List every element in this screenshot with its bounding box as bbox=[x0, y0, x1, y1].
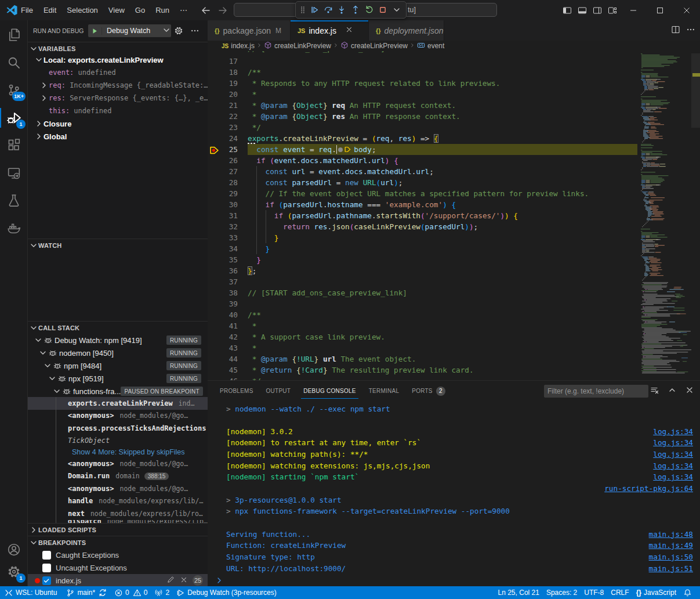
start-debug-icon[interactable] bbox=[88, 27, 102, 35]
step-over-icon[interactable] bbox=[321, 2, 335, 17]
tab-package.json[interactable]: {}package.jsonM bbox=[208, 20, 291, 41]
console-source-link[interactable]: log.js:34 bbox=[653, 460, 693, 472]
statusbar-utf-8[interactable]: UTF-8 bbox=[581, 586, 607, 599]
callstack-frame-row[interactable]: dispatchnode_modules/express/lib… bbox=[28, 520, 208, 523]
line-number[interactable]: 18 bbox=[208, 67, 238, 78]
panel-tab-output[interactable]: OUTPUT bbox=[264, 381, 293, 401]
line-number[interactable]: 22 bbox=[208, 111, 238, 122]
line-number[interactable]: 46 bbox=[208, 376, 238, 380]
close-panel-icon[interactable] bbox=[685, 385, 694, 396]
callstack-frame-row[interactable]: process.processTicksAndRejections bbox=[28, 422, 208, 435]
breakpoint-row[interactable]: Caught Exceptions bbox=[28, 549, 208, 561]
variable-row[interactable]: event: undefined bbox=[28, 66, 208, 79]
line-number[interactable]: 16 bbox=[208, 51, 238, 54]
window-close-icon[interactable] bbox=[673, 0, 700, 20]
line-number[interactable]: 45 bbox=[208, 365, 238, 376]
chevron-down-icon[interactable] bbox=[43, 361, 52, 370]
statusbar-ln-25-col-21[interactable]: Ln 25, Col 21 bbox=[495, 586, 543, 599]
console-source-link[interactable]: main.js:49 bbox=[649, 540, 693, 551]
breakpoint-checkbox[interactable] bbox=[42, 576, 51, 585]
callstack-frame-row[interactable]: handlenode_modules/express/lib/… bbox=[28, 495, 208, 508]
variable-row[interactable]: this: undefined bbox=[28, 104, 208, 117]
tab-close-icon[interactable] bbox=[344, 26, 354, 35]
activitybar-settings[interactable]: 1 bbox=[0, 558, 28, 586]
console-source-link[interactable]: log.js:34 bbox=[653, 449, 693, 460]
nav-forward-icon[interactable] bbox=[218, 6, 227, 15]
activitybar-source-control[interactable]: 1K+ bbox=[0, 76, 28, 104]
activitybar-search[interactable] bbox=[0, 49, 28, 77]
line-number[interactable]: 44 bbox=[208, 353, 238, 365]
chevron-down-icon[interactable] bbox=[34, 55, 43, 64]
section-loaded-scripts[interactable]: LOADED SCRIPTS bbox=[28, 523, 208, 536]
clear-console-icon[interactable] bbox=[650, 385, 659, 396]
line-number[interactable]: 31 bbox=[208, 210, 238, 221]
sidebar-more-actions-icon[interactable] bbox=[190, 26, 200, 37]
line-number[interactable]: 43 bbox=[208, 342, 238, 353]
line-number[interactable]: 30 bbox=[208, 199, 238, 210]
line-number[interactable]: 42 bbox=[208, 331, 238, 342]
line-number[interactable]: 21 bbox=[208, 100, 238, 111]
step-into-icon[interactable] bbox=[335, 2, 349, 17]
line-number[interactable]: 35 bbox=[208, 254, 238, 265]
variables-scope-row[interactable]: Global bbox=[28, 130, 208, 143]
chevron-right-icon[interactable] bbox=[34, 119, 43, 128]
window-maximize-icon[interactable] bbox=[647, 0, 673, 20]
console-source-link[interactable]: main.js:48 bbox=[649, 529, 693, 540]
breakpoint-checkbox[interactable] bbox=[42, 564, 51, 572]
statusbar-debug-watch-3p-resources-[interactable]: Debug Watch (3p-resources) bbox=[173, 586, 280, 599]
console-source-link[interactable]: log.js:34 bbox=[653, 426, 693, 438]
line-number[interactable]: 39 bbox=[208, 298, 238, 309]
statusbar-spaces-2[interactable]: Spaces: 2 bbox=[543, 586, 581, 599]
code-editor[interactable]: 16// [START add_ons_preview_link]1718/**… bbox=[208, 51, 637, 380]
chevron-down-icon[interactable] bbox=[38, 348, 48, 358]
activitybar-remote-explorer[interactable] bbox=[0, 159, 28, 187]
menu-run[interactable]: Run bbox=[150, 3, 175, 17]
line-number[interactable]: 23 bbox=[208, 122, 238, 133]
breadcrumb-item[interactable]: event bbox=[417, 41, 444, 51]
statusbar-0[interactable]: 00 bbox=[111, 586, 151, 599]
collapse-panel-icon[interactable] bbox=[668, 385, 677, 396]
line-number[interactable]: 27 bbox=[208, 166, 238, 177]
chevron-down-icon[interactable] bbox=[34, 335, 43, 345]
layout-sidebar-left-icon[interactable] bbox=[560, 0, 575, 20]
menu-go[interactable]: Go bbox=[130, 3, 150, 17]
statusbar-crlf[interactable]: CRLF bbox=[607, 586, 632, 599]
callstack-session-row[interactable]: npx [9519]RUNNING bbox=[28, 372, 208, 385]
callstack-frame-row[interactable]: TickObject bbox=[28, 435, 208, 448]
panel-tab-ports[interactable]: PORTS2 bbox=[409, 381, 448, 401]
overview-ruler[interactable] bbox=[691, 51, 700, 380]
line-number[interactable]: 34 bbox=[208, 243, 238, 254]
edit-breakpoint-icon[interactable] bbox=[166, 575, 175, 586]
stop-icon[interactable] bbox=[376, 2, 390, 17]
chevron-right-icon[interactable] bbox=[39, 81, 49, 90]
section-watch[interactable]: WATCH bbox=[28, 239, 208, 251]
console-source-link[interactable]: log.js:34 bbox=[653, 471, 693, 483]
panel-tab-debug-console[interactable]: DEBUG CONSOLE bbox=[301, 381, 358, 401]
variables-scope-row[interactable]: Local: exports.createLinkPreview bbox=[28, 53, 208, 66]
line-number[interactable]: 41 bbox=[208, 320, 238, 331]
line-number[interactable]: 29 bbox=[208, 188, 238, 199]
section-call-stack[interactable]: CALL STACK bbox=[28, 321, 208, 334]
layout-customize-icon[interactable] bbox=[605, 0, 620, 20]
chevron-down-icon[interactable] bbox=[48, 374, 57, 383]
breakpoint-row[interactable]: Uncaught Exceptions bbox=[28, 561, 208, 574]
line-number[interactable]: 37 bbox=[208, 276, 238, 287]
breadcrumb[interactable]: JSindex.jscreateLinkPreviewcreateLinkPre… bbox=[208, 41, 700, 51]
callstack-session-row[interactable]: nodemon [9450]RUNNING bbox=[28, 347, 208, 359]
breadcrumb-item[interactable]: createLinkPreview bbox=[264, 41, 331, 51]
layout-sidebar-right-icon[interactable] bbox=[590, 0, 605, 20]
breadcrumb-item[interactable]: JSindex.js bbox=[222, 42, 255, 50]
show-more-link[interactable]: Show 4 More: Skipped by skipFiles bbox=[72, 448, 185, 456]
variables-scope-row[interactable]: Closure bbox=[28, 117, 208, 130]
line-number[interactable]: 32 bbox=[208, 221, 238, 232]
chevron-down-icon[interactable] bbox=[29, 44, 38, 53]
menu-[interactable]: ⋯ bbox=[175, 3, 193, 17]
line-number[interactable]: 33 bbox=[208, 232, 238, 243]
statusbar-bell[interactable] bbox=[680, 586, 695, 599]
chevron-down-icon[interactable] bbox=[29, 241, 38, 250]
minimap[interactable] bbox=[637, 51, 691, 380]
line-number[interactable]: 36 bbox=[208, 265, 238, 276]
restart-icon[interactable] bbox=[362, 2, 376, 17]
chevron-down-icon[interactable] bbox=[29, 323, 38, 333]
console-input[interactable] bbox=[208, 575, 700, 587]
